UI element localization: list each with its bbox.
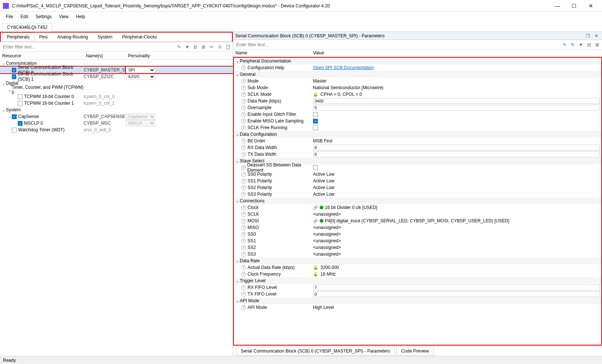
value-ss0[interactable]: <unassigned>: [312, 232, 601, 237]
menu-edit[interactable]: Edit: [17, 13, 32, 20]
value-ss1pol[interactable]: Active Low: [312, 178, 601, 183]
help-icon[interactable]: ?: [241, 125, 246, 130]
value-mosi[interactable]: 🔗P4[0] digital_inout (CYBSP_SERIAL_LED, …: [312, 218, 601, 223]
tree-group-system[interactable]: ⌄System: [0, 107, 233, 113]
pencil-icon[interactable]: ✎: [561, 41, 568, 48]
group-connections[interactable]: ⌄Connections: [234, 198, 601, 204]
help-icon[interactable]: ?: [241, 292, 246, 297]
help-icon[interactable]: ?: [241, 232, 246, 237]
help-icon[interactable]: ?: [241, 105, 246, 110]
help-icon[interactable]: ?: [241, 152, 246, 157]
value-mode[interactable]: Master: [312, 78, 601, 84]
help-icon[interactable]: ?: [241, 185, 246, 190]
close-button[interactable]: ✕: [582, 0, 599, 11]
checkbox-wdt[interactable]: [12, 128, 17, 132]
refresh-icon[interactable]: ↻: [569, 41, 576, 48]
checkbox-glitch[interactable]: [313, 112, 318, 117]
expand-icon[interactable]: ⊞: [200, 44, 207, 50]
copy-icon[interactable]: ⎘: [216, 44, 223, 50]
help-icon[interactable]: ?: [241, 192, 246, 197]
help-icon[interactable]: ?: [241, 65, 246, 70]
group-doc[interactable]: ⌄Peripheral Documentation: [234, 58, 601, 64]
group-datarate[interactable]: ⌄Data Rate: [234, 257, 601, 264]
checkbox-msclp[interactable]: ✓: [18, 121, 23, 126]
input-txwidth[interactable]: [313, 151, 600, 157]
help-icon[interactable]: ?: [241, 79, 246, 84]
help-icon[interactable]: ?: [241, 119, 246, 124]
menu-file[interactable]: File: [2, 13, 17, 20]
tree-row-capsense[interactable]: ⌄✓CapSense CYBSP_CAPSENSE CapSense: [0, 113, 233, 120]
value-sclk[interactable]: <unassigned>: [312, 212, 601, 217]
help-icon[interactable]: ?: [241, 92, 246, 97]
checkbox-miso-late[interactable]: ✓: [313, 119, 318, 124]
group-general[interactable]: ⌄General: [234, 71, 601, 78]
help-icon[interactable]: ?: [241, 239, 246, 243]
help-icon[interactable]: ?: [241, 245, 246, 250]
help-icon[interactable]: ?: [241, 165, 246, 170]
doc-link[interactable]: Open SPI SCB Documentation: [313, 65, 374, 70]
help-icon[interactable]: ?: [241, 179, 246, 183]
collapse-icon[interactable]: ⊟: [586, 41, 592, 48]
value-ss0pol[interactable]: Active Low: [312, 172, 601, 177]
checkbox-deassert[interactable]: [313, 165, 318, 170]
personality-select-scb1[interactable]: EZI2C: [126, 73, 155, 80]
tree-row-tcpwm[interactable]: ⌄Timer, Counter, and PWM (TCPWM) 0: [0, 87, 233, 93]
input-datarate[interactable]: [313, 98, 600, 104]
value-submode[interactable]: National Semiconductor (Microwire): [312, 85, 601, 90]
help-icon[interactable]: ?: [241, 285, 246, 290]
value-ss2[interactable]: <unassigned>: [312, 245, 601, 250]
value-ss1[interactable]: <unassigned>: [312, 238, 601, 243]
value-ss3pol[interactable]: Active Low: [312, 192, 601, 197]
menu-view[interactable]: View: [55, 13, 72, 20]
expand-icon[interactable]: ⊞: [594, 41, 601, 48]
input-rxwidth[interactable]: [313, 145, 600, 151]
device-tab[interactable]: CY8C4046LQI-T452: [2, 23, 52, 32]
help-icon[interactable]: ?: [241, 265, 246, 270]
help-icon[interactable]: ?: [241, 112, 246, 117]
tree-row-cnt0[interactable]: TCPWM 16-bit Counter 0 tcpwm_0_cnt_0: [0, 93, 233, 100]
help-icon[interactable]: ?: [241, 205, 246, 210]
value-miso[interactable]: <unassigned>: [312, 225, 601, 230]
pencil-icon[interactable]: ✎: [176, 44, 182, 50]
help-icon[interactable]: ?: [241, 172, 246, 177]
help-icon[interactable]: ?: [241, 225, 246, 230]
minimize-button[interactable]: —: [549, 0, 566, 11]
bottom-tab-code[interactable]: Code Preview: [396, 347, 434, 355]
group-dataconfig[interactable]: ⌄Data Configuration: [234, 131, 601, 138]
group-trigger[interactable]: ⌄Trigger Level: [234, 277, 601, 284]
right-filter-input[interactable]: [235, 41, 560, 48]
tab-analog-routing[interactable]: Analog-Routing: [53, 33, 93, 41]
tree-row-wdt[interactable]: Watchdog Timer (WDT) srss_0_wdt_0: [0, 127, 233, 133]
restore-panel-icon[interactable]: ❐: [584, 33, 591, 39]
paste-icon[interactable]: 📋: [225, 44, 231, 50]
tree-row-scb1[interactable]: ✓Serial Communication Block (SCB) 1 CYBS…: [0, 73, 233, 80]
help-icon[interactable]: ?: [241, 219, 246, 223]
input-oversample[interactable]: [313, 105, 600, 111]
checkbox-scb1[interactable]: ✓: [12, 74, 16, 79]
checkbox-capsense[interactable]: ✓: [12, 114, 17, 119]
value-clock[interactable]: 🔗16 bit Divider 0 clk [USED]: [312, 205, 601, 210]
input-rxfifo[interactable]: [313, 284, 600, 290]
menu-help[interactable]: Help: [72, 13, 89, 20]
left-filter-input[interactable]: [1, 43, 174, 51]
checkbox-cnt1[interactable]: [18, 101, 23, 106]
bottom-tab-params[interactable]: Serial Communication Block (SCB) 0 (CYBS…: [236, 347, 395, 355]
tree-row-msclp[interactable]: ✓MSCLP 0 CYBSP_MSC MSCLP: [0, 120, 233, 127]
tab-system[interactable]: System: [93, 33, 117, 41]
help-icon[interactable]: ?: [241, 139, 246, 144]
tab-pins[interactable]: Pins: [34, 33, 53, 41]
tree-row-cnt1[interactable]: TCPWM 16-bit Counter 1 tcpwm_0_cnt_1: [0, 100, 233, 107]
input-txfifo[interactable]: [313, 291, 600, 297]
filter-icon[interactable]: ▼: [184, 44, 191, 50]
help-icon[interactable]: ?: [241, 145, 246, 150]
value-apimode[interactable]: High Level: [312, 305, 601, 310]
maximize-button[interactable]: ☐: [566, 0, 582, 11]
help-icon[interactable]: ?: [241, 272, 246, 277]
help-icon[interactable]: ?: [241, 212, 246, 217]
checkbox-cnt0[interactable]: [18, 94, 23, 99]
menu-settings[interactable]: Settings: [32, 13, 55, 20]
help-icon[interactable]: ?: [241, 305, 246, 310]
tab-peripheral-clocks[interactable]: Peripheral-Clocks: [117, 33, 162, 41]
checkbox-sclkfree[interactable]: [313, 125, 318, 130]
help-icon[interactable]: ?: [241, 252, 246, 257]
